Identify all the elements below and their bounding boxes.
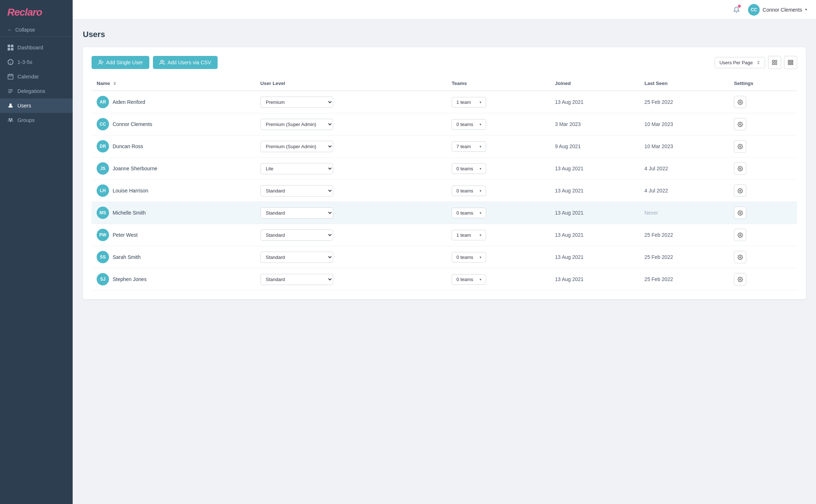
user-teams-cell[interactable]: 0 teams▾ bbox=[447, 202, 550, 224]
table-row: SJ Stephen Jones Standard0 teams▾13 Aug … bbox=[92, 268, 797, 290]
user-level-select[interactable]: Premium (Super Admin) bbox=[260, 119, 333, 130]
sidebar-item-groups[interactable]: Groups bbox=[0, 113, 73, 127]
user-level-select[interactable]: Standard bbox=[260, 229, 333, 241]
user-level-select[interactable]: Standard bbox=[260, 185, 333, 196]
user-settings-button[interactable] bbox=[734, 140, 746, 153]
grid-view-icon bbox=[788, 60, 793, 65]
user-settings-cell[interactable] bbox=[729, 224, 797, 246]
sort-arrows-icon: ⇕ bbox=[113, 81, 116, 86]
user-teams-cell[interactable]: 1 team▾ bbox=[447, 91, 550, 113]
collapse-label: Collapse bbox=[15, 27, 35, 33]
user-settings-button[interactable] bbox=[734, 273, 746, 285]
user-settings-button[interactable] bbox=[734, 251, 746, 263]
user-level-cell[interactable]: Standard bbox=[255, 180, 447, 202]
user-joined-cell: 13 Aug 2021 bbox=[550, 246, 639, 268]
user-level-select[interactable]: Lite bbox=[260, 163, 333, 174]
user-teams-cell[interactable]: 0 teams▾ bbox=[447, 268, 550, 290]
col-name[interactable]: Name ⇕ bbox=[92, 76, 255, 91]
notifications-button[interactable] bbox=[731, 4, 742, 16]
add-csv-label: Add Users via CSV bbox=[167, 60, 211, 65]
sidebar-item-users[interactable]: Users bbox=[0, 98, 73, 113]
user-level-cell[interactable]: Standard bbox=[255, 224, 447, 246]
user-settings-button[interactable] bbox=[734, 96, 746, 108]
user-level-cell[interactable]: Standard bbox=[255, 268, 447, 290]
user-settings-button[interactable] bbox=[734, 207, 746, 219]
user-level-cell[interactable]: Premium (Super Admin) bbox=[255, 135, 447, 158]
user-settings-cell[interactable] bbox=[729, 202, 797, 224]
svg-point-19 bbox=[161, 60, 163, 62]
user-level-select[interactable]: Standard bbox=[260, 274, 333, 285]
user-settings-cell[interactable] bbox=[729, 135, 797, 158]
user-name-cell: MS Michelle Smith bbox=[92, 202, 255, 224]
user-level-cell[interactable]: Standard bbox=[255, 202, 447, 224]
settings-icon bbox=[738, 99, 743, 105]
teams-dropdown-button[interactable]: 0 teams▾ bbox=[452, 252, 486, 263]
user-level-select[interactable]: Premium (Super Admin) bbox=[260, 141, 333, 152]
user-settings-button[interactable] bbox=[734, 229, 746, 241]
user-teams-cell[interactable]: 1 team▾ bbox=[447, 224, 550, 246]
sidebar-item-delegations[interactable]: Delegations bbox=[0, 84, 73, 98]
user-settings-cell[interactable] bbox=[729, 180, 797, 202]
teams-caret-icon: ▾ bbox=[480, 211, 481, 215]
add-csv-button[interactable]: Add Users via CSV bbox=[153, 56, 218, 69]
user-settings-button[interactable] bbox=[734, 118, 746, 130]
user-settings-cell[interactable] bbox=[729, 268, 797, 290]
svg-point-16 bbox=[99, 60, 101, 62]
user-level-cell[interactable]: Lite bbox=[255, 158, 447, 180]
avatar: CC bbox=[97, 118, 109, 130]
settings-icon bbox=[738, 232, 743, 238]
teams-dropdown-button[interactable]: 0 teams▾ bbox=[452, 119, 486, 130]
user-name-cell: AR Aiden Renford bbox=[92, 91, 255, 113]
user-level-cell[interactable]: Standard bbox=[255, 246, 447, 268]
user-settings-cell[interactable] bbox=[729, 113, 797, 135]
view-list-button[interactable] bbox=[768, 56, 781, 69]
add-single-user-button[interactable]: Add Single User bbox=[92, 56, 149, 69]
user-settings-button[interactable] bbox=[734, 162, 746, 175]
sidebar-item-dashboard-label: Dashboard bbox=[17, 45, 43, 50]
table-row: DR Duncan Ross Premium (Super Admin)7 te… bbox=[92, 135, 797, 158]
users-per-page-arrows-icon: ⇕ bbox=[756, 60, 760, 65]
sidebar-item-groups-label: Groups bbox=[17, 117, 35, 123]
users-per-page-select[interactable]: Users Per Page ⇕ bbox=[715, 57, 765, 68]
avatar: SS bbox=[97, 251, 109, 263]
user-teams-cell[interactable]: 0 teams▾ bbox=[447, 113, 550, 135]
user-settings-cell[interactable] bbox=[729, 91, 797, 113]
teams-dropdown-button[interactable]: 1 team▾ bbox=[452, 230, 486, 240]
col-last-seen: Last Seen bbox=[639, 76, 729, 91]
user-name-cell: SS Sarah Smith bbox=[92, 246, 255, 268]
user-settings-button[interactable] bbox=[734, 184, 746, 197]
settings-icon bbox=[738, 277, 743, 282]
user-level-select[interactable]: Standard bbox=[260, 207, 333, 219]
user-teams-cell[interactable]: 0 teams▾ bbox=[447, 180, 550, 202]
groups-icon bbox=[7, 117, 14, 123]
collapse-button[interactable]: ← Collapse bbox=[0, 23, 73, 37]
user-last-seen-cell: 25 Feb 2022 bbox=[639, 224, 729, 246]
user-last-seen-cell: 25 Feb 2022 bbox=[639, 246, 729, 268]
sidebar-item-calendar[interactable]: Calendar bbox=[0, 69, 73, 84]
user-menu-chevron-icon: ▾ bbox=[805, 7, 807, 12]
user-last-seen-cell: 25 Feb 2022 bbox=[639, 268, 729, 290]
user-settings-cell[interactable] bbox=[729, 158, 797, 180]
view-grid-button[interactable] bbox=[784, 56, 797, 69]
sidebar-item-dashboard[interactable]: Dashboard bbox=[0, 40, 73, 55]
user-level-select[interactable]: Premium bbox=[260, 97, 333, 108]
user-menu[interactable]: CC Connor Clements ▾ bbox=[748, 4, 807, 16]
list-view-icon bbox=[772, 60, 777, 65]
user-settings-cell[interactable] bbox=[729, 246, 797, 268]
user-level-cell[interactable]: Premium (Super Admin) bbox=[255, 113, 447, 135]
teams-dropdown-button[interactable]: 7 team▾ bbox=[452, 141, 486, 152]
user-teams-cell[interactable]: 0 teams▾ bbox=[447, 246, 550, 268]
user-name: Joanne Sherbourne bbox=[113, 166, 157, 171]
teams-dropdown-button[interactable]: 0 teams▾ bbox=[452, 274, 486, 285]
teams-dropdown-button[interactable]: 1 team▾ bbox=[452, 97, 486, 107]
sidebar-item-135s[interactable]: 1 1-3-5s bbox=[0, 55, 73, 69]
user-teams-cell[interactable]: 0 teams▾ bbox=[447, 158, 550, 180]
teams-dropdown-button[interactable]: 0 teams▾ bbox=[452, 163, 486, 174]
teams-caret-icon: ▾ bbox=[480, 100, 481, 104]
teams-dropdown-button[interactable]: 0 teams▾ bbox=[452, 186, 486, 196]
teams-dropdown-button[interactable]: 0 teams▾ bbox=[452, 208, 486, 218]
col-joined: Joined bbox=[550, 76, 639, 91]
user-level-cell[interactable]: Premium bbox=[255, 91, 447, 113]
user-teams-cell[interactable]: 7 team▾ bbox=[447, 135, 550, 158]
user-level-select[interactable]: Standard bbox=[260, 252, 333, 263]
